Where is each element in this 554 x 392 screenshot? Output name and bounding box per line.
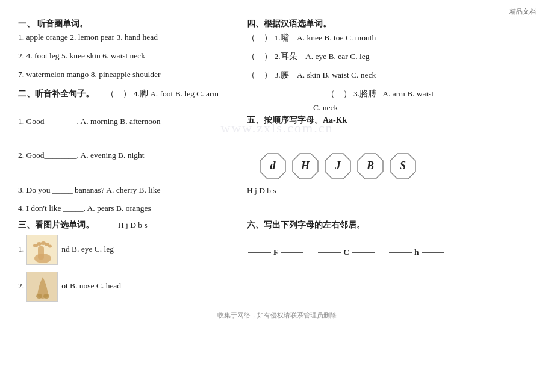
section2-header: 二、听音补全句子。 （ ） 4.脚 A. foot B. leg C. arm xyxy=(18,87,241,101)
section4-line5: （ ） 3.胳膊 A. arm B. waist xyxy=(247,87,536,101)
section3-item1-text: nd B. eye C. leg xyxy=(61,243,114,257)
nose-image xyxy=(26,272,58,302)
section3-subtitle: H j D b s xyxy=(118,220,148,230)
section2-line4: 4. I don't like _____. A. pears B. orang… xyxy=(18,202,241,216)
octagon-d: d xyxy=(259,152,287,180)
letter-boxes: d H J xyxy=(259,152,536,180)
section6-title: 六、写出下列字母的左右邻居。 xyxy=(247,220,365,229)
svg-point-12 xyxy=(36,294,42,299)
section4-cneck: C. neck xyxy=(313,103,338,113)
section1-title: 一、 听音圈单词。 xyxy=(18,19,88,28)
svg-point-11 xyxy=(48,244,52,247)
section1-line2: 2. 4. foot leg 5. knee skin 6. waist nec… xyxy=(18,49,241,63)
neighbor-row: F C h xyxy=(247,247,536,257)
bottom-note: 收集于网络，如有侵权请联系管理员删除 xyxy=(18,311,536,320)
section5-title: 五、按顺序写字母。Aa-Kk xyxy=(247,116,347,125)
octagon-H: H xyxy=(291,152,319,180)
svg-point-8 xyxy=(37,242,42,246)
section2-line1: 1. Good________. A. morning B. afternoon xyxy=(18,115,241,129)
page: 精品文档 www.zxls.com.cn 一、 听音圈单词。 四、根据汉语选单词… xyxy=(0,0,554,392)
section3-item2-text: ot B. nose C. head xyxy=(61,279,121,293)
section1-line3: 7. watermelon mango 8. pineapple shoulde… xyxy=(18,68,241,82)
section4-line3: （ ） 3.腰 A. skin B. waist C. neck xyxy=(247,68,536,82)
section3-item2: 2. ot B. nose C. head xyxy=(18,272,241,302)
octagon-B: B xyxy=(356,152,384,180)
section3-item1: 1. nd B. eye C. leg xyxy=(18,235,241,265)
foot-image xyxy=(26,235,58,265)
section1-line1: 1. apple orange 2. lemon pear 3. hand he… xyxy=(18,31,241,45)
section4-title: 四、根据汉语选单词。 xyxy=(247,19,331,28)
svg-point-13 xyxy=(43,294,49,299)
octagon-J: J xyxy=(324,152,352,180)
section2-line2: 2. Good________. A. evening B. night xyxy=(18,149,241,163)
svg-rect-6 xyxy=(38,246,44,260)
top-label: 精品文档 xyxy=(18,7,536,16)
section3-title: 三、看图片选单词。 xyxy=(18,220,94,231)
section4-line2: （ ） 2.耳朵 A. eye B. ear C. leg xyxy=(247,49,536,64)
section5-letters-label: H j D b s xyxy=(247,186,276,195)
section4-line1: （ ） 1.嘴 A. knee B. toe C. mouth xyxy=(247,31,536,45)
write-lines xyxy=(247,127,536,145)
section2-line3: 3. Do you _____ bananas? A. cherry B. li… xyxy=(18,184,241,198)
octagon-S: S xyxy=(389,152,417,180)
